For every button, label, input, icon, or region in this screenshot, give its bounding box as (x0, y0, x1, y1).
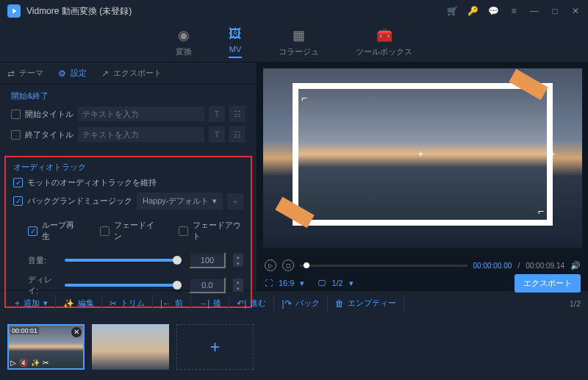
fadeout-checkbox[interactable] (179, 226, 188, 236)
export-button[interactable]: エクスポート (514, 274, 581, 293)
bgm-add-button[interactable]: + (227, 193, 243, 209)
nav-toolbox[interactable]: 🧰 ツールボックス (356, 27, 412, 57)
empty-button[interactable]: 🗑エンプティー (328, 295, 404, 312)
minimize-button[interactable]: — (529, 6, 539, 16)
key-icon[interactable]: 🔑 (467, 6, 478, 16)
page-indicator: 1/2 (331, 279, 343, 287)
preview-frame: ⌐ ⌐ + + (293, 83, 553, 226)
loop-checkbox[interactable] (28, 226, 37, 236)
aspect-dropdown[interactable]: ▾ (300, 279, 304, 288)
thumb-cut-icon[interactable]: ✂ (43, 359, 49, 367)
menu-icon[interactable]: ≡ (509, 6, 519, 16)
total-time: 00:00:09.14 (526, 262, 564, 270)
wand-icon: ✨ (63, 298, 74, 309)
page-count: 1/2 (570, 299, 581, 308)
edit-button[interactable]: ✨編集 (56, 295, 102, 312)
backward-button[interactable]: |↷バック (274, 295, 327, 312)
end-title-text-btn[interactable]: T (209, 126, 225, 143)
thumb-duration: 00:00:01 (10, 327, 39, 334)
collage-icon: ▦ (293, 27, 305, 43)
chat-icon[interactable]: 💬 (488, 6, 498, 16)
nav-collage[interactable]: ▦ コラージュ (279, 27, 319, 57)
add-button[interactable]: +追加 ▾ (7, 295, 56, 312)
plus-icon: + (15, 298, 20, 309)
trash-icon: 🗑 (335, 298, 344, 309)
export-icon: ↗ (101, 68, 109, 79)
start-title-checkbox[interactable] (11, 110, 21, 119)
crop-center[interactable]: + (417, 148, 423, 159)
thumbnail-2[interactable] (92, 324, 169, 370)
end-title-label: 終了タイトル (25, 129, 74, 140)
keep-original-label: モットのオーディオトラックを維持 (27, 177, 157, 188)
thumb-mute-icon[interactable]: 🔇 (19, 359, 28, 367)
back-button[interactable]: →|後 (191, 295, 229, 312)
screen-icon: 🖵 (318, 279, 326, 287)
volume-input[interactable] (189, 252, 226, 268)
start-title-text-btn[interactable]: T (209, 106, 225, 122)
volume-label: 音量: (28, 255, 57, 266)
end-title-input[interactable] (78, 127, 204, 142)
thumb-play-icon[interactable]: ▷ (10, 359, 16, 367)
timeline[interactable] (300, 265, 467, 267)
keep-original-checkbox[interactable] (13, 178, 23, 187)
start-title-style-btn[interactable]: ☷ (229, 106, 245, 122)
chevron-down-icon: ▾ (43, 298, 48, 308)
start-title-input[interactable] (78, 107, 204, 121)
tab-settings[interactable]: ⚙設定 (58, 68, 87, 79)
delay-up[interactable]: ▴ (233, 279, 243, 285)
preview-area: ⌐ ⌐ + + (263, 68, 582, 248)
delay-slider[interactable] (65, 284, 182, 287)
fadein-checkbox[interactable] (100, 226, 110, 236)
forward-button[interactable]: ↶|進む (229, 295, 274, 312)
volume-icon[interactable]: 🔊 (570, 261, 581, 270)
backward-icon: |↷ (282, 298, 291, 309)
tab-theme[interactable]: ⇄テーマ (7, 68, 43, 79)
aspect-icon: ⛶ (265, 279, 273, 287)
bgm-label: バックグランドミュージック (27, 196, 132, 207)
skip-front-icon: |← (160, 298, 171, 309)
crop-corner-tl[interactable]: ⌐ (301, 92, 307, 104)
start-title-label: 開始タイトル (25, 109, 74, 120)
theme-icon: ⇄ (7, 68, 15, 79)
add-thumbnail[interactable]: + (176, 324, 254, 370)
maximize-button[interactable]: □ (550, 6, 560, 16)
convert-icon: ◉ (178, 27, 190, 43)
mv-icon: 🖼 (229, 26, 242, 42)
trim-button[interactable]: ✂トリム (102, 295, 153, 312)
volume-slider[interactable] (65, 259, 182, 262)
page-dropdown[interactable]: ▾ (349, 279, 354, 288)
crop-right[interactable]: + (550, 148, 556, 159)
end-title-checkbox[interactable] (11, 130, 21, 140)
delay-label: ディレイ: (28, 274, 57, 296)
skip-back-icon: →| (198, 298, 209, 309)
scissors-icon: ✂ (110, 298, 117, 309)
thumbnail-1[interactable]: 00:00:01 ✕ ▷ 🔇 ✨ ✂ (7, 324, 85, 370)
bgm-dropdown[interactable]: Happy-デフォルト▾ (137, 193, 223, 209)
audio-title: オーディオトラック (13, 162, 243, 173)
cart-icon[interactable]: 🛒 (447, 6, 457, 16)
stop-button[interactable]: ◻ (282, 259, 294, 271)
start-end-title: 開始&終了 (11, 90, 245, 101)
volume-up[interactable]: ▴ (233, 254, 243, 260)
close-button[interactable]: ✕ (570, 6, 581, 16)
thumb-wand-icon[interactable]: ✨ (31, 359, 40, 367)
bgm-checkbox[interactable] (13, 196, 23, 206)
nav-convert[interactable]: ◉ 変換 (176, 27, 192, 57)
app-title: Vidmore 動画変換 (未登録) (26, 5, 447, 18)
front-button[interactable]: |←前 (153, 295, 191, 312)
nav-mv[interactable]: 🖼 MV (229, 26, 242, 58)
thumb-remove[interactable]: ✕ (71, 327, 82, 337)
forward-icon: ↶| (237, 298, 246, 309)
aspect-ratio[interactable]: 16:9 (279, 279, 294, 287)
play-button[interactable]: ▷ (265, 259, 276, 271)
end-title-style-btn[interactable]: ☷ (229, 126, 245, 143)
delay-down[interactable]: ▾ (233, 285, 243, 292)
delay-input[interactable] (189, 277, 226, 293)
settings-icon: ⚙ (58, 68, 66, 79)
toolbox-icon: 🧰 (376, 27, 392, 43)
crop-corner-br[interactable]: ⌐ (538, 205, 544, 217)
volume-down[interactable]: ▾ (233, 260, 243, 267)
app-logo (7, 4, 21, 18)
tab-export[interactable]: ↗エクスポート (101, 68, 162, 79)
audio-track-section: オーディオトラック モットのオーディオトラックを維持 バックグランドミュージック… (4, 156, 252, 308)
